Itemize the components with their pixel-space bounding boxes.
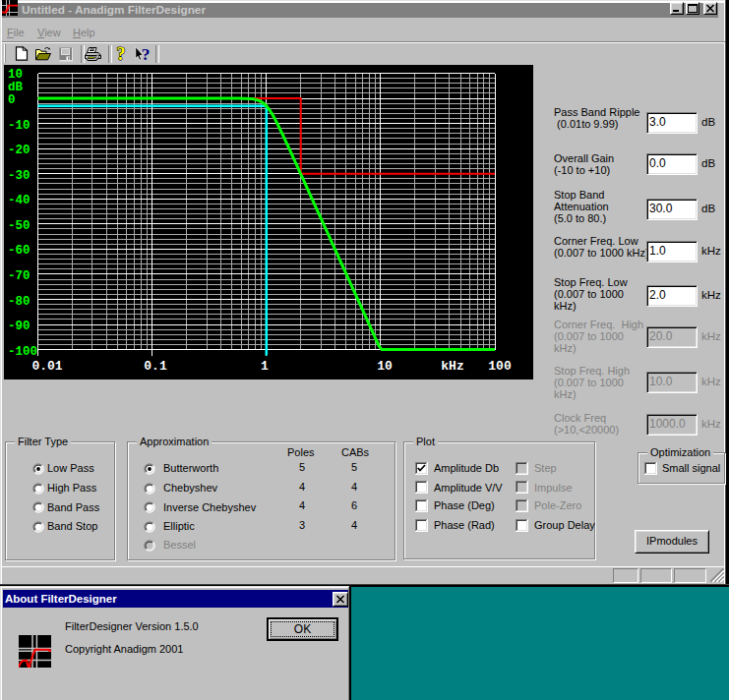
svg-text:-10: -10: [8, 119, 30, 133]
svg-text:-20: -20: [8, 144, 30, 157]
svg-text:-90: -90: [8, 320, 30, 333]
svg-text:-70: -70: [8, 269, 30, 283]
svg-text:-60: -60: [8, 244, 30, 258]
svg-text:-30: -30: [8, 169, 30, 183]
svg-text:kHz: kHz: [441, 359, 463, 374]
svg-text:-50: -50: [8, 219, 30, 233]
svg-text:-80: -80: [8, 295, 30, 309]
svg-text:10: 10: [377, 359, 393, 374]
svg-text:-40: -40: [8, 194, 30, 207]
svg-text:0.01: 0.01: [31, 359, 62, 374]
svg-text:10: 10: [8, 68, 23, 82]
svg-text:1: 1: [261, 359, 269, 374]
svg-text:dB: dB: [8, 81, 24, 94]
svg-text:0.1: 0.1: [144, 359, 167, 374]
svg-text:0: 0: [8, 93, 16, 107]
svg-text:?: ?: [117, 46, 126, 62]
svg-text:100: 100: [488, 359, 512, 374]
svg-text:?: ?: [142, 46, 151, 62]
svg-text:-100: -100: [8, 345, 37, 359]
